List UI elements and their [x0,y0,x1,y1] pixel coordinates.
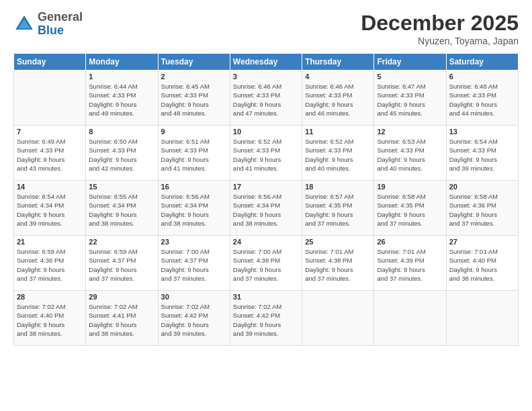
day-number: 26 [377,238,443,246]
day-number: 8 [89,128,154,136]
calendar-cell: 4Sunrise: 6:46 AM Sunset: 4:33 PM Daylig… [302,71,374,126]
calendar-cell: 17Sunrise: 6:56 AM Sunset: 4:34 PM Dayli… [230,181,302,236]
week-row-2: 7Sunrise: 6:49 AM Sunset: 4:33 PM Daylig… [14,126,519,181]
day-info: Sunrise: 6:48 AM Sunset: 4:33 PM Dayligh… [449,82,515,118]
day-number: 11 [305,128,371,136]
day-number: 30 [161,293,227,301]
calendar-cell: 9Sunrise: 6:51 AM Sunset: 4:33 PM Daylig… [158,126,230,181]
day-number: 21 [17,238,83,246]
day-info: Sunrise: 7:02 AM Sunset: 4:41 PM Dayligh… [89,302,154,338]
day-number: 2 [161,73,227,81]
day-info: Sunrise: 7:02 AM Sunset: 4:42 PM Dayligh… [233,302,299,338]
header-day-friday: Friday [374,54,446,71]
day-info: Sunrise: 6:57 AM Sunset: 4:35 PM Dayligh… [305,192,371,228]
day-info: Sunrise: 7:01 AM Sunset: 4:40 PM Dayligh… [449,247,515,283]
day-number: 20 [449,183,515,191]
week-row-5: 28Sunrise: 7:02 AM Sunset: 4:40 PM Dayli… [14,291,519,346]
calendar-cell: 7Sunrise: 6:49 AM Sunset: 4:33 PM Daylig… [14,126,86,181]
calendar-header: SundayMondayTuesdayWednesdayThursdayFrid… [14,54,519,71]
day-info: Sunrise: 6:55 AM Sunset: 4:34 PM Dayligh… [89,192,154,228]
calendar-cell: 24Sunrise: 7:00 AM Sunset: 4:38 PM Dayli… [230,236,302,291]
calendar-cell: 8Sunrise: 6:50 AM Sunset: 4:33 PM Daylig… [86,126,158,181]
day-info: Sunrise: 6:52 AM Sunset: 4:33 PM Dayligh… [305,137,371,173]
day-number: 25 [305,238,371,246]
title-section: December 2025 Nyuzen, Toyama, Japan [361,11,519,46]
calendar-cell: 12Sunrise: 6:53 AM Sunset: 4:33 PM Dayli… [374,126,446,181]
day-info: Sunrise: 6:54 AM Sunset: 4:34 PM Dayligh… [17,192,83,228]
calendar-cell: 14Sunrise: 6:54 AM Sunset: 4:34 PM Dayli… [14,181,86,236]
day-number: 24 [233,238,299,246]
day-info: Sunrise: 7:00 AM Sunset: 4:38 PM Dayligh… [233,247,299,283]
calendar-cell: 13Sunrise: 6:54 AM Sunset: 4:33 PM Dayli… [446,126,518,181]
calendar-cell: 2Sunrise: 6:45 AM Sunset: 4:33 PM Daylig… [158,71,230,126]
day-number: 16 [161,183,227,191]
header-day-monday: Monday [86,54,158,71]
calendar-cell: 18Sunrise: 6:57 AM Sunset: 4:35 PM Dayli… [302,181,374,236]
day-number: 10 [233,128,299,136]
calendar-cell: 21Sunrise: 6:59 AM Sunset: 4:36 PM Dayli… [14,236,86,291]
day-info: Sunrise: 7:01 AM Sunset: 4:39 PM Dayligh… [377,247,443,283]
calendar-cell: 6Sunrise: 6:48 AM Sunset: 4:33 PM Daylig… [446,71,518,126]
header-day-tuesday: Tuesday [158,54,230,71]
day-number: 28 [17,293,83,301]
day-number: 18 [305,183,371,191]
calendar-cell: 5Sunrise: 6:47 AM Sunset: 4:33 PM Daylig… [374,71,446,126]
logo-blue: Blue [38,24,83,38]
day-info: Sunrise: 6:44 AM Sunset: 4:33 PM Dayligh… [89,82,154,118]
day-number: 6 [449,73,515,81]
day-info: Sunrise: 6:45 AM Sunset: 4:33 PM Dayligh… [161,82,227,118]
calendar-table: SundayMondayTuesdayWednesdayThursdayFrid… [13,53,519,346]
calendar-body: 1Sunrise: 6:44 AM Sunset: 4:33 PM Daylig… [14,71,519,346]
day-info: Sunrise: 6:58 AM Sunset: 4:35 PM Dayligh… [377,192,443,228]
calendar-cell: 23Sunrise: 7:00 AM Sunset: 4:37 PM Dayli… [158,236,230,291]
day-info: Sunrise: 6:59 AM Sunset: 4:37 PM Dayligh… [89,247,154,283]
calendar-cell [302,291,374,346]
calendar-cell: 11Sunrise: 6:52 AM Sunset: 4:33 PM Dayli… [302,126,374,181]
week-row-1: 1Sunrise: 6:44 AM Sunset: 4:33 PM Daylig… [14,71,519,126]
day-number: 9 [161,128,227,136]
page: General Blue December 2025 Nyuzen, Toyam… [0,0,532,411]
logo: General Blue [13,11,83,38]
day-number: 31 [233,293,299,301]
logo-icon [13,13,35,35]
day-number: 12 [377,128,443,136]
day-info: Sunrise: 7:02 AM Sunset: 4:42 PM Dayligh… [161,302,227,338]
calendar-cell: 25Sunrise: 7:01 AM Sunset: 4:38 PM Dayli… [302,236,374,291]
day-info: Sunrise: 6:59 AM Sunset: 4:36 PM Dayligh… [17,247,83,283]
day-number: 5 [377,73,443,81]
calendar-cell: 20Sunrise: 6:58 AM Sunset: 4:36 PM Dayli… [446,181,518,236]
calendar-cell [374,291,446,346]
day-number: 14 [17,183,83,191]
day-info: Sunrise: 6:50 AM Sunset: 4:33 PM Dayligh… [89,137,154,173]
day-info: Sunrise: 6:53 AM Sunset: 4:33 PM Dayligh… [377,137,443,173]
day-number: 27 [449,238,515,246]
day-info: Sunrise: 6:58 AM Sunset: 4:36 PM Dayligh… [449,192,515,228]
calendar-cell: 27Sunrise: 7:01 AM Sunset: 4:40 PM Dayli… [446,236,518,291]
calendar-cell: 26Sunrise: 7:01 AM Sunset: 4:39 PM Dayli… [374,236,446,291]
header: General Blue December 2025 Nyuzen, Toyam… [13,11,519,46]
header-day-saturday: Saturday [446,54,518,71]
day-info: Sunrise: 6:46 AM Sunset: 4:33 PM Dayligh… [305,82,371,118]
day-number: 13 [449,128,515,136]
calendar-cell: 19Sunrise: 6:58 AM Sunset: 4:35 PM Dayli… [374,181,446,236]
month-title: December 2025 [361,11,519,36]
day-info: Sunrise: 6:46 AM Sunset: 4:33 PM Dayligh… [233,82,299,118]
day-number: 4 [305,73,371,81]
calendar-cell: 1Sunrise: 6:44 AM Sunset: 4:33 PM Daylig… [86,71,158,126]
day-info: Sunrise: 6:52 AM Sunset: 4:33 PM Dayligh… [233,137,299,173]
location: Nyuzen, Toyama, Japan [361,36,519,46]
day-number: 17 [233,183,299,191]
week-row-3: 14Sunrise: 6:54 AM Sunset: 4:34 PM Dayli… [14,181,519,236]
day-info: Sunrise: 7:00 AM Sunset: 4:37 PM Dayligh… [161,247,227,283]
week-row-4: 21Sunrise: 6:59 AM Sunset: 4:36 PM Dayli… [14,236,519,291]
calendar-cell: 30Sunrise: 7:02 AM Sunset: 4:42 PM Dayli… [158,291,230,346]
calendar-cell [446,291,518,346]
header-day-wednesday: Wednesday [230,54,302,71]
day-info: Sunrise: 7:02 AM Sunset: 4:40 PM Dayligh… [17,302,83,338]
day-info: Sunrise: 6:51 AM Sunset: 4:33 PM Dayligh… [161,137,227,173]
day-info: Sunrise: 6:54 AM Sunset: 4:33 PM Dayligh… [449,137,515,173]
header-row: SundayMondayTuesdayWednesdayThursdayFrid… [14,54,519,71]
day-number: 29 [89,293,154,301]
day-number: 19 [377,183,443,191]
day-number: 7 [17,128,83,136]
